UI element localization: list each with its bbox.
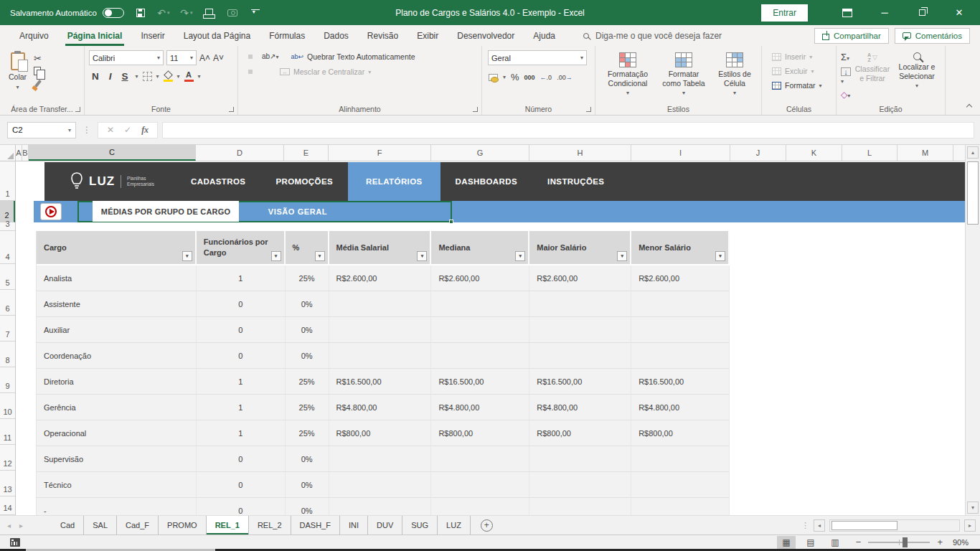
horizontal-scrollbar[interactable] (829, 519, 960, 532)
borders-icon[interactable] (143, 72, 152, 81)
decrease-decimal-button[interactable]: .00→ (557, 74, 573, 81)
table-cell[interactable] (631, 498, 730, 515)
table-cell[interactable]: R$800,00 (529, 420, 631, 446)
column-header-h[interactable]: H (529, 145, 631, 161)
italic-button[interactable]: I (106, 71, 115, 82)
row-header-14[interactable]: 14 (0, 496, 15, 515)
row-header-1[interactable]: 1 (0, 161, 15, 201)
filter-button[interactable]: ▾ (715, 251, 725, 261)
ribbon-tab-p-gina-inicial[interactable]: Página Inicial (58, 25, 132, 46)
table-cell[interactable]: R$4.800,00 (529, 395, 631, 420)
sheet-tab-sal[interactable]: SAL (84, 516, 117, 534)
save-button[interactable] (134, 6, 147, 20)
decrease-indent-button[interactable] (260, 70, 264, 74)
row-header-9[interactable]: 9 (0, 367, 15, 393)
table-cell[interactable]: R$800,00 (631, 420, 730, 446)
table-cell[interactable]: Gerência (37, 395, 197, 420)
increase-font-button[interactable]: A˄ (199, 53, 210, 63)
row-header-3[interactable]: 3 (0, 222, 15, 231)
table-cell[interactable]: 0% (286, 291, 329, 317)
accounting-format-icon[interactable] (489, 74, 498, 81)
table-cell[interactable]: 0% (286, 317, 329, 343)
table-cell[interactable]: 0 (197, 291, 286, 317)
column-header-b[interactable]: B (22, 145, 29, 161)
merge-center-button[interactable]: ↔ Mesclar e Centralizar ▾ (278, 67, 372, 77)
font-name-select[interactable]: Calibri▾ (89, 50, 164, 65)
table-cell[interactable]: R$2.600,00 (431, 265, 529, 291)
ribbon-tab-layout-da-p-gina[interactable]: Layout da Página (174, 25, 260, 46)
column-header-a[interactable]: A (16, 145, 22, 161)
table-cell[interactable] (529, 472, 631, 498)
table-cell[interactable]: R$4.800,00 (329, 395, 432, 420)
table-cell[interactable] (529, 343, 631, 369)
table-cell[interactable]: Coordenação (37, 343, 197, 369)
vertical-scrollbar[interactable]: ▴ ▾ (965, 145, 980, 515)
table-cell[interactable]: R$4.800,00 (631, 395, 730, 420)
scroll-left-icon[interactable]: ◂ (814, 519, 825, 532)
align-left-button[interactable] (242, 70, 247, 74)
table-cell[interactable] (431, 446, 529, 472)
table-cell[interactable] (529, 317, 631, 343)
sheet-tab-rel-2[interactable]: REL_2 (249, 516, 291, 534)
table-cell[interactable]: R$16.500,00 (431, 369, 529, 395)
table-cell[interactable]: - (37, 498, 197, 515)
ribbon-tab-desenvolvedor[interactable]: Desenvolvedor (448, 25, 524, 46)
comments-button[interactable]: Comentários (895, 28, 970, 44)
font-color-button[interactable]: A (184, 70, 194, 82)
scroll-down-icon[interactable]: ▾ (967, 501, 979, 514)
scroll-up-icon[interactable]: ▴ (967, 146, 979, 159)
row-header-4[interactable]: 4 (0, 231, 15, 264)
filter-button[interactable]: ▾ (315, 251, 325, 261)
ribbon-tab-exibir[interactable]: Exibir (407, 25, 448, 46)
increase-decimal-button[interactable]: ←.0 (540, 74, 552, 81)
name-box[interactable]: C2 ▾ (7, 122, 76, 138)
page-layout-view-button[interactable]: ▤ (801, 536, 820, 549)
table-cell[interactable]: 0 (197, 498, 286, 515)
table-cell[interactable]: 0 (197, 317, 286, 343)
table-cell[interactable] (329, 291, 432, 317)
table-cell[interactable] (329, 446, 432, 472)
column-header-d[interactable]: D (196, 145, 284, 161)
number-dialog-launcher-icon[interactable] (586, 107, 591, 112)
horizontal-scroll-thumb[interactable] (831, 521, 897, 530)
navbar-item-instru-es[interactable]: INSTRUÇÕES (532, 162, 619, 201)
scroll-right-icon[interactable]: ▸ (964, 519, 976, 532)
table-cell[interactable] (529, 291, 631, 317)
row-header-10[interactable]: 10 (0, 393, 15, 419)
delete-cells-button[interactable]: Excluir▾ (771, 66, 833, 76)
table-cell[interactable]: R$16.500,00 (631, 369, 730, 395)
sheet-tab-sug[interactable]: SUG (402, 516, 438, 534)
align-center-button[interactable] (248, 70, 253, 74)
number-format-select[interactable]: Geral▾ (488, 50, 587, 65)
normal-view-button[interactable]: ▦ (777, 536, 796, 549)
sheet-tab-promo[interactable]: PROMO (159, 516, 207, 534)
row-header-5[interactable]: 5 (0, 264, 15, 290)
table-cell[interactable] (431, 291, 529, 317)
table-cell[interactable]: R$2.600,00 (329, 265, 432, 291)
zoom-out-button[interactable]: − (856, 537, 862, 547)
zoom-slider[interactable] (868, 542, 930, 543)
column-header-c[interactable]: C (29, 145, 196, 161)
table-cell[interactable]: 0% (286, 498, 329, 515)
orientation-button[interactable]: ab↗▾ (260, 50, 281, 62)
chevron-down-icon[interactable]: ▾ (503, 74, 506, 80)
column-header-l[interactable]: L (842, 145, 897, 161)
tell-me-search[interactable]: Diga-me o que você deseja fazer (583, 31, 722, 41)
filter-button[interactable]: ▾ (417, 251, 427, 261)
table-cell[interactable]: 0 (197, 472, 286, 498)
navbar-item-promo-es[interactable]: PROMOÇÕES (260, 162, 348, 201)
sheet-tab-luz[interactable]: LUZ (438, 516, 471, 534)
enter-formula-icon[interactable]: ✓ (124, 125, 131, 135)
table-cell[interactable]: R$16.500,00 (529, 369, 631, 395)
autosum-button[interactable]: Σ▾ (841, 52, 851, 62)
percent-style-button[interactable]: % (511, 72, 519, 83)
minimize-button[interactable]: ─ (868, 0, 901, 25)
sheet-tab-dash-f[interactable]: DASH_F (291, 516, 340, 534)
table-cell[interactable]: 25% (286, 420, 329, 446)
ribbon-tab-inserir[interactable]: Inserir (131, 25, 174, 46)
row-header-8[interactable]: 8 (0, 342, 15, 367)
camera-button[interactable] (226, 6, 239, 20)
conditional-formatting-button[interactable]: Formatação Condicional ▾ (600, 50, 656, 103)
align-middle-button[interactable] (248, 55, 253, 59)
column-header-j[interactable]: J (730, 145, 786, 161)
